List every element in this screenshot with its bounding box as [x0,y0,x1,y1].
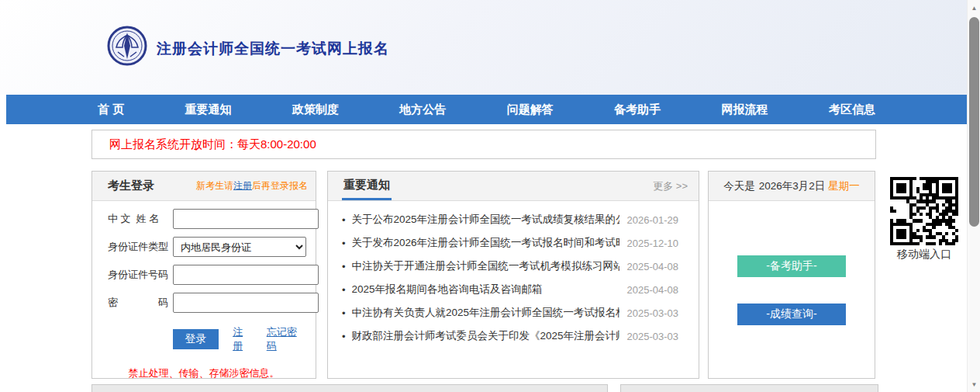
nav-item-faq[interactable]: 问题解答 [507,102,554,117]
bottom-right-panel-header [621,385,878,392]
id-number-label: 身份证件号码 [108,268,173,282]
bottom-right-panel [620,384,878,392]
notice-date: 2025-03-03 [627,307,679,319]
bullet-icon: • [342,307,346,319]
bullet-icon: • [342,261,346,272]
notice-title: 财政部注册会计师考试委员会关于印发《2025年注册会计师... [352,329,619,343]
score-query-button[interactable]: -成绩查询- [737,304,846,325]
login-panel: 考生登录 新考生请注册后再登录报名 中 文 姓 名 身份证件类型 内地居民身份证… [91,171,316,379]
bullet-icon: • [342,331,346,342]
notices-panel-header: 重要通知 更多 >> [328,172,699,201]
nav-item-policies[interactable]: 政策制度 [292,102,339,117]
exam-prep-button[interactable]: -备考助手- [737,255,846,277]
bullet-icon: • [342,284,346,296]
cicpa-logo [107,26,147,66]
bullet-icon: • [342,238,346,249]
notice-date: 2026-01-29 [627,214,679,226]
qr-label: 移动端入口 [890,248,958,262]
notice-list: • 关于公布2025年注册会计师全国统一考试成绩复核结果的公... 2026-0… [328,201,699,348]
id-number-row: 身份证件号码 [108,265,306,285]
hint-suffix: 后再登录报名 [252,180,308,191]
login-panel-header: 考生登录 新考生请注册后再登录报名 [92,172,316,201]
login-title: 考生登录 [108,179,154,193]
nav-item-exam-area-info[interactable]: 考区信息 [829,102,875,117]
notice-item[interactable]: • 2025年报名期间各地咨询电话及咨询邮箱 2025-04-08 [328,278,699,301]
forgot-password-link[interactable]: 忘记密码 [267,325,306,353]
nav-item-important-notices[interactable]: 重要通知 [185,102,232,117]
register-inline-link[interactable]: 注册 [233,180,252,191]
main-nav: 首 页 重要通知 政策制度 地方公告 问题解答 备考助手 网报流程 考区信息 [6,95,967,124]
notice-date: 2025-04-08 [627,261,679,272]
system-hours-bar: 网上报名系统开放时间：每天8:00-20:00 [91,130,876,159]
notice-title: 中注协关于开通注册会计师全国统一考试机考模拟练习网站的公... [352,259,619,273]
scroll-up-arrow-icon[interactable]: ▲ [968,2,980,14]
notice-title: 2025年报名期间各地咨询电话及咨询邮箱 [352,283,619,297]
notice-item[interactable]: • 关于发布2026年注册会计师全国统一考试报名时间和考试时... 2025-1… [328,231,699,255]
bullet-icon: • [342,214,346,226]
nav-item-local-announcements[interactable]: 地方公告 [399,102,446,117]
notice-item[interactable]: • 中注协关于开通注册会计师全国统一考试机考模拟练习网站的公... 2025-0… [328,255,699,278]
nav-item-home[interactable]: 首 页 [98,102,124,117]
scrollbar-thumb[interactable] [969,17,979,227]
notice-date: 2025-12-10 [627,238,679,249]
today-weekday: 星期一 [828,179,860,193]
page-title: 注册会计师全国统一考试网上报名 [157,39,389,59]
id-type-select[interactable]: 内地居民身份证 [173,237,306,257]
password-input[interactable] [173,293,319,313]
more-link[interactable]: 更多 >> [653,179,688,193]
scroll-down-arrow-icon[interactable]: ▼ [968,378,980,390]
mobile-entry: 移动端入口 [890,177,958,262]
bottom-left-panel [91,384,608,392]
notice-item[interactable]: • 关于公布2025年注册会计师全国统一考试成绩复核结果的公... 2026-0… [328,208,699,231]
name-label: 中 文 姓 名 [108,212,173,226]
system-hours-text: 网上报名系统开放时间：每天8:00-20:00 [109,137,316,152]
today-date: 2026年3月2日 [759,179,826,193]
login-button[interactable]: 登录 [173,329,219,349]
qr-code [890,177,958,245]
id-type-row: 身份证件类型 内地居民身份证 [108,237,306,257]
name-row: 中 文 姓 名 [108,209,306,229]
today-prefix: 今天是 [723,179,755,193]
notice-title: 中注协有关负责人就2025年注册会计师全国统一考试报名相... [352,306,619,320]
notices-tab: 重要通知 [342,172,392,200]
notices-panel: 重要通知 更多 >> • 关于公布2025年注册会计师全国统一考试成绩复核结果的… [327,171,699,379]
chinese-name-input[interactable] [173,209,319,229]
page: 注册会计师全国统一考试网上报名 首 页 重要通知 政策制度 地方公告 问题解答 … [0,0,980,392]
new-candidate-hint: 新考生请注册后再登录报名 [196,179,308,193]
id-number-input[interactable] [173,265,319,285]
password-row: 密 码 [108,293,306,313]
id-type-label: 身份证件类型 [108,240,173,254]
nav-item-registration-flow[interactable]: 网报流程 [722,102,768,117]
notice-title: 关于公布2025年注册会计师全国统一考试成绩复核结果的公... [352,213,619,227]
notice-item[interactable]: • 财政部注册会计师考试委员会关于印发《2025年注册会计师... 2025-0… [328,324,699,348]
bottom-left-panel-header [92,385,607,392]
vertical-scrollbar: ▲ ▼ [967,0,980,392]
password-label: 密 码 [108,296,173,310]
login-actions: 登录 注册 忘记密码 [173,325,306,353]
sidebar-panel: 今天是 2026年3月2日 星期一 -备考助手- -成绩查询- [708,171,875,379]
notice-title: 关于发布2026年注册会计师全国统一考试报名时间和考试时... [352,236,619,250]
notice-date: 2025-04-08 [627,284,679,296]
hint-prefix: 新考生请 [196,180,233,191]
classified-info-warning: 禁止处理、传输、存储涉密信息。 [92,366,316,380]
notice-date: 2025-03-03 [627,331,679,342]
nav-item-exam-prep[interactable]: 备考助手 [614,102,661,117]
today-header: 今天是 2026年3月2日 星期一 [709,172,875,201]
register-link[interactable]: 注册 [233,325,253,353]
notice-item[interactable]: • 中注协有关负责人就2025年注册会计师全国统一考试报名相... 2025-0… [328,301,699,324]
page-header: 注册会计师全国统一考试网上报名 [0,0,967,95]
